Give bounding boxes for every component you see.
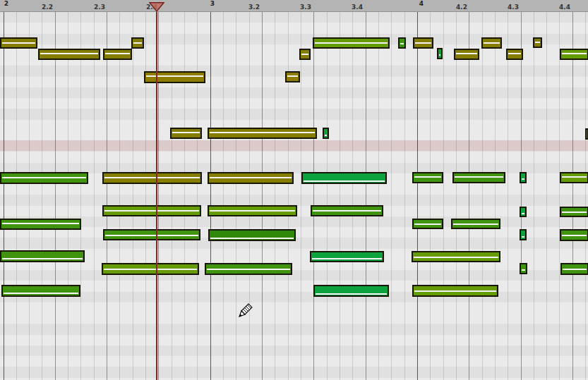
- midi-note[interactable]: [285, 71, 300, 82]
- velocity-line: [105, 235, 198, 236]
- velocity-line: [522, 178, 524, 180]
- midi-note[interactable]: [103, 229, 200, 240]
- midi-note[interactable]: [520, 172, 527, 183]
- midi-note[interactable]: [533, 37, 542, 48]
- midi-note[interactable]: [412, 172, 443, 183]
- sub-beat-line: [482, 12, 483, 380]
- midi-note[interactable]: [0, 250, 85, 262]
- midi-note[interactable]: [585, 128, 588, 140]
- sub-beat-line: [443, 12, 444, 380]
- velocity-line: [439, 54, 440, 56]
- midi-note[interactable]: [103, 49, 132, 60]
- row-stripe: [0, 292, 588, 302]
- sub-beat-line: [29, 12, 30, 380]
- midi-note[interactable]: [205, 263, 292, 275]
- midi-note[interactable]: [208, 128, 317, 139]
- midi-note[interactable]: [301, 172, 387, 184]
- midi-note[interactable]: [170, 128, 202, 139]
- midi-note[interactable]: [299, 49, 311, 60]
- row-stripe: [0, 270, 588, 281]
- midi-note[interactable]: [398, 37, 406, 49]
- midi-note[interactable]: [506, 49, 523, 60]
- highlighted-row: [0, 140, 588, 151]
- sub-beat-line: [288, 12, 289, 380]
- bar-line: [417, 0, 418, 380]
- midi-note[interactable]: [313, 285, 389, 297]
- velocity-line: [562, 235, 587, 236]
- velocity-line: [455, 176, 503, 178]
- midi-note[interactable]: [560, 207, 588, 217]
- midi-note[interactable]: [452, 172, 505, 183]
- timeline-ruler[interactable]: 2342.22.32.43.23.33.44.24.34.4: [0, 0, 588, 12]
- playhead-marker[interactable]: [149, 2, 164, 12]
- sub-beat-line: [184, 12, 185, 380]
- midi-note[interactable]: [144, 71, 205, 83]
- velocity-line: [304, 180, 385, 182]
- sub-beat-line: [80, 12, 81, 380]
- midi-note[interactable]: [481, 37, 502, 49]
- row-stripe: [0, 152, 588, 162]
- note-grid[interactable]: [0, 0, 588, 380]
- sub-beat-line: [404, 12, 405, 380]
- velocity-line: [562, 212, 587, 213]
- beat-label: 3.2: [248, 4, 260, 11]
- sub-beat-line: [16, 12, 17, 380]
- midi-note[interactable]: [560, 172, 588, 183]
- velocity-line: [316, 293, 387, 295]
- bar-line: [210, 0, 211, 380]
- midi-note[interactable]: [412, 285, 498, 297]
- midi-note[interactable]: [0, 172, 88, 184]
- row-stripe: [0, 345, 588, 356]
- velocity-line: [207, 269, 290, 270]
- velocity-line: [414, 223, 441, 225]
- midi-note[interactable]: [208, 205, 297, 216]
- midi-note[interactable]: [412, 219, 443, 229]
- midi-note[interactable]: [1, 285, 80, 297]
- midi-note[interactable]: [520, 207, 527, 217]
- beat-label: 4.4: [559, 4, 570, 11]
- velocity-line: [562, 176, 587, 178]
- midi-note[interactable]: [313, 37, 390, 49]
- velocity-line: [563, 269, 587, 270]
- midi-note[interactable]: [560, 49, 588, 60]
- sub-beat-line: [546, 12, 547, 380]
- midi-note[interactable]: [413, 37, 433, 49]
- sub-beat-line: [197, 12, 198, 380]
- midi-note[interactable]: [0, 37, 37, 49]
- midi-note[interactable]: [102, 205, 201, 216]
- beat-label: 4.2: [456, 4, 467, 11]
- beat-label: 3.4: [352, 4, 363, 11]
- midi-note[interactable]: [310, 251, 384, 262]
- velocity-line: [2, 42, 35, 44]
- midi-note[interactable]: [520, 263, 527, 274]
- row-stripe: [0, 87, 588, 98]
- midi-note[interactable]: [208, 172, 294, 184]
- midi-note[interactable]: [323, 128, 329, 139]
- midi-note[interactable]: [560, 263, 588, 275]
- velocity-line: [522, 213, 524, 214]
- midi-note[interactable]: [208, 229, 296, 241]
- midi-note[interactable]: [560, 229, 588, 241]
- midi-note[interactable]: [454, 49, 479, 60]
- midi-note[interactable]: [38, 49, 100, 60]
- velocity-line: [172, 132, 200, 133]
- velocity-line: [453, 223, 498, 225]
- beat-label: 2.3: [94, 4, 105, 11]
- midi-note[interactable]: [131, 37, 144, 49]
- sub-beat-line: [249, 12, 250, 380]
- midi-note[interactable]: [520, 229, 527, 240]
- midi-note[interactable]: [412, 251, 500, 262]
- midi-note[interactable]: [0, 219, 81, 230]
- row-stripe: [0, 313, 588, 324]
- midi-note[interactable]: [102, 263, 199, 275]
- sub-beat-line: [495, 12, 496, 380]
- velocity-line: [522, 269, 525, 271]
- midi-note[interactable]: [451, 219, 500, 229]
- midi-note[interactable]: [311, 205, 383, 216]
- sub-beat-line: [534, 12, 534, 380]
- velocity-line: [210, 177, 292, 178]
- midi-note[interactable]: [102, 172, 202, 184]
- row-stripe: [0, 335, 588, 345]
- midi-note[interactable]: [437, 48, 443, 59]
- sub-beat-line: [327, 12, 328, 380]
